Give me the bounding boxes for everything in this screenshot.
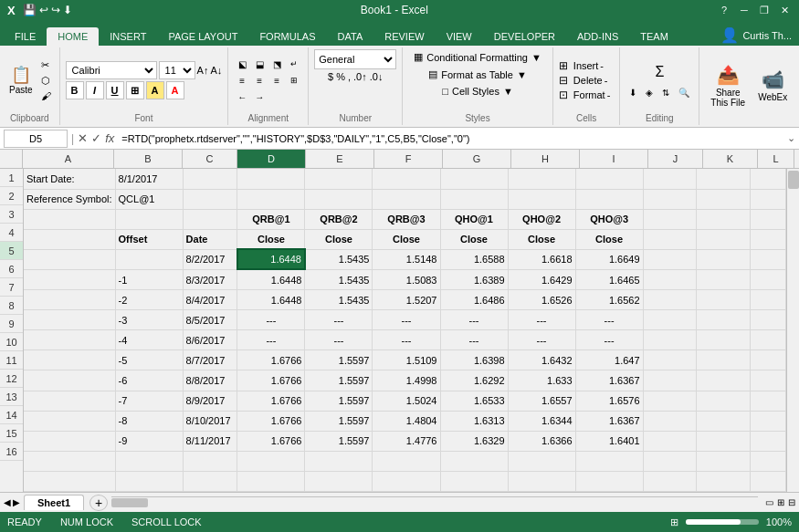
cell-A2[interactable]: Reference Symbol: <box>24 189 115 209</box>
tab-file[interactable]: FILE <box>4 27 47 46</box>
cell-K3[interactable] <box>697 209 751 229</box>
cell-H10[interactable]: 1.6432 <box>508 350 575 370</box>
cell-A16[interactable] <box>24 471 115 491</box>
cell-D5[interactable]: 1.6448 <box>237 249 305 269</box>
tab-view[interactable]: VIEW <box>436 27 483 46</box>
cell-C9[interactable]: 8/6/2017 <box>183 330 237 350</box>
cell-F1[interactable] <box>373 169 440 189</box>
cell-D7[interactable]: 1.6448 <box>237 290 305 310</box>
align-top-right-btn[interactable]: ⬔ <box>268 57 285 71</box>
cell-J1[interactable] <box>643 169 697 189</box>
cell-I6[interactable]: 1.6465 <box>575 269 643 289</box>
cell-reference-input[interactable] <box>4 130 68 148</box>
cell-E16[interactable] <box>305 471 373 491</box>
cell-G2[interactable] <box>440 189 508 209</box>
col-header-g[interactable]: G <box>443 150 511 168</box>
table-row[interactable]: -98/11/20171.67661.55971.47761.63291.636… <box>24 431 786 451</box>
cell-G10[interactable]: 1.6398 <box>440 350 508 370</box>
cell-C5[interactable]: 8/2/2017 <box>183 249 237 269</box>
cell-K16[interactable] <box>697 471 751 491</box>
vertical-scrollbar[interactable] <box>786 169 799 492</box>
row-header-15[interactable]: 15 <box>0 424 23 443</box>
fill-color-button[interactable]: A <box>146 81 164 99</box>
webex-button[interactable]: 📹 WebEx <box>752 67 793 104</box>
cell-I9[interactable]: --- <box>575 330 643 350</box>
cell-J9[interactable] <box>643 330 697 350</box>
cell-B6[interactable]: -1 <box>115 269 183 289</box>
currency-btn[interactable]: $ <box>328 71 333 82</box>
cell-D10[interactable]: 1.6766 <box>237 350 305 370</box>
cell-H7[interactable]: 1.6526 <box>508 290 575 310</box>
cell-K6[interactable] <box>697 269 751 289</box>
cell-K10[interactable] <box>697 350 751 370</box>
cell-J5[interactable] <box>643 249 697 269</box>
cell-E10[interactable]: 1.5597 <box>305 350 373 370</box>
row-header-7[interactable]: 7 <box>0 278 23 297</box>
cell-K2[interactable] <box>697 189 751 209</box>
cell-I4[interactable]: Close <box>575 229 643 249</box>
row-header-10[interactable]: 10 <box>0 333 23 351</box>
cell-G1[interactable] <box>440 169 508 189</box>
scrollbar-thumb[interactable] <box>788 171 799 189</box>
cell-H1[interactable] <box>508 169 575 189</box>
increase-font-icon[interactable]: A↑ <box>197 65 209 76</box>
cell-H8[interactable]: --- <box>508 310 575 330</box>
cell-H16[interactable] <box>508 471 575 491</box>
cell-I3[interactable]: QHO@3 <box>575 209 643 229</box>
cell-I5[interactable]: 1.6649 <box>575 249 643 269</box>
cell-L1[interactable] <box>750 169 785 189</box>
cell-K11[interactable] <box>697 370 751 391</box>
cell-H5[interactable]: 1.6618 <box>508 249 575 269</box>
cell-G11[interactable]: 1.6292 <box>440 370 508 391</box>
cell-K12[interactable] <box>697 391 751 411</box>
cell-D6[interactable]: 1.6448 <box>237 269 305 289</box>
undo-icon[interactable]: ↩ <box>39 4 48 16</box>
cell-E11[interactable]: 1.5597 <box>305 370 373 391</box>
cell-J7[interactable] <box>643 290 697 310</box>
cell-E7[interactable]: 1.5435 <box>305 290 373 310</box>
cell-D15[interactable] <box>237 451 305 471</box>
cell-F4[interactable]: Close <box>373 229 440 249</box>
cell-L10[interactable] <box>750 350 785 370</box>
sheet-tab-sheet1[interactable]: Sheet1 <box>24 495 84 510</box>
formula-input[interactable] <box>118 130 783 148</box>
cell-E3[interactable]: QRB@2 <box>305 209 373 229</box>
cell-D4[interactable]: Close <box>237 229 305 249</box>
cell-K8[interactable] <box>697 310 751 330</box>
cell-J4[interactable] <box>643 229 697 249</box>
format-as-table-button[interactable]: ▤ Format as Table ▼ <box>423 67 532 82</box>
cell-G3[interactable]: QHO@1 <box>440 209 508 229</box>
cut-button[interactable]: ✂ <box>38 58 54 72</box>
cell-G7[interactable]: 1.6486 <box>440 290 508 310</box>
cell-B9[interactable]: -4 <box>115 330 183 350</box>
custom-icon[interactable]: ⬇ <box>63 4 72 16</box>
bold-button[interactable]: B <box>66 81 84 99</box>
row-header-5[interactable]: 5 <box>0 242 23 260</box>
cell-F13[interactable]: 1.4804 <box>373 411 440 431</box>
row-header-13[interactable]: 13 <box>0 388 23 406</box>
cell-E1[interactable] <box>305 169 373 189</box>
cell-H14[interactable]: 1.6366 <box>508 431 575 451</box>
cell-E2[interactable] <box>305 189 373 209</box>
cell-D3[interactable]: QRB@1 <box>237 209 305 229</box>
cell-F12[interactable]: 1.5024 <box>373 391 440 411</box>
confirm-formula-icon[interactable]: ✓ <box>91 131 101 145</box>
tab-insert[interactable]: INSERT <box>99 27 157 46</box>
cell-H12[interactable]: 1.6557 <box>508 391 575 411</box>
increase-decimal-btn[interactable]: .0↑ <box>353 71 367 82</box>
cell-J10[interactable] <box>643 350 697 370</box>
font-family-select[interactable]: Calibri <box>66 61 157 79</box>
clear-button[interactable]: ◈ <box>642 86 657 99</box>
cell-F11[interactable]: 1.4998 <box>373 370 440 391</box>
cell-K4[interactable] <box>697 229 751 249</box>
cell-C13[interactable]: 8/10/2017 <box>183 411 237 431</box>
col-header-c[interactable]: C <box>183 150 237 168</box>
cell-J16[interactable] <box>643 471 697 491</box>
cell-L13[interactable] <box>750 411 785 431</box>
cell-B4[interactable]: Offset <box>115 229 183 249</box>
col-header-i[interactable]: I <box>580 150 648 168</box>
cell-L12[interactable] <box>750 391 785 411</box>
cell-H3[interactable]: QHO@2 <box>508 209 575 229</box>
cell-G14[interactable]: 1.6329 <box>440 431 508 451</box>
cell-C8[interactable]: 8/5/2017 <box>183 310 237 330</box>
